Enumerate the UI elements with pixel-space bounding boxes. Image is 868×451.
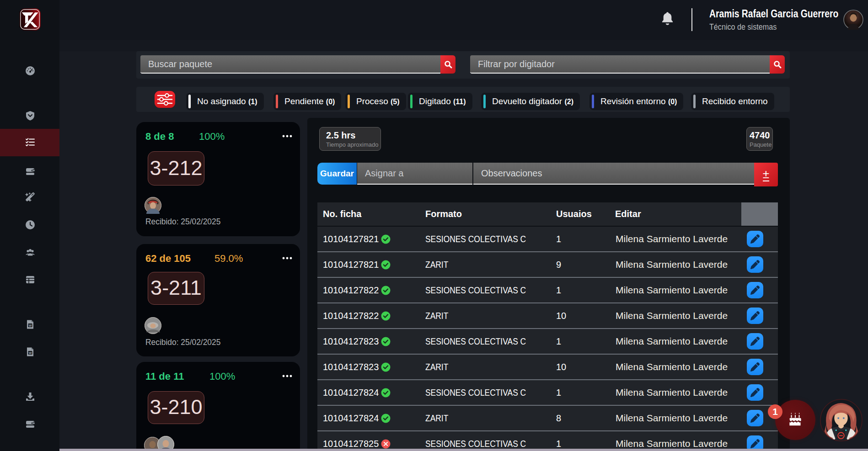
svg-text:W: W bbox=[29, 324, 32, 327]
svg-text:W: W bbox=[29, 351, 32, 355]
